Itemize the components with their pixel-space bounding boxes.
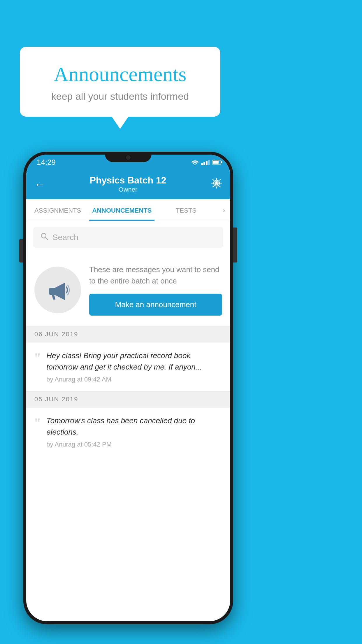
speech-bubble-container: Announcements keep all your students inf… xyxy=(20,47,220,117)
message-item-2[interactable]: " Tomorrow's class has been cancelled du… xyxy=(26,407,230,456)
announcement-right: These are messages you want to send to t… xyxy=(89,264,222,316)
svg-point-0 xyxy=(194,164,196,165)
message-item-1[interactable]: " Hey class! Bring your practical record… xyxy=(26,342,230,391)
battery-icon xyxy=(212,160,222,165)
quote-icon-1: " xyxy=(34,351,41,366)
phone-frame: 14:29 xyxy=(23,152,233,624)
quote-icon-2: " xyxy=(34,416,41,431)
search-icon xyxy=(40,232,48,242)
message-meta-2: by Anurag at 05:42 PM xyxy=(46,441,222,448)
phone-screen: 14:29 xyxy=(26,155,230,621)
status-icons xyxy=(191,159,222,165)
message-text-2: Tomorrow's class has been cancelled due … xyxy=(46,415,222,438)
tab-announcements[interactable]: ANNOUNCEMENTS xyxy=(89,199,154,221)
header-center: Physics Batch 12 Owner xyxy=(45,175,211,193)
announcement-prompt: These are messages you want to send to t… xyxy=(26,253,230,326)
date-divider-1: 06 JUN 2019 xyxy=(26,326,230,342)
announcement-description: These are messages you want to send to t… xyxy=(89,264,222,287)
app-header: ← Physics Batch 12 Owner xyxy=(26,170,230,199)
make-announcement-button[interactable]: Make an announcement xyxy=(89,294,222,316)
search-container: Search xyxy=(26,221,230,253)
wifi-icon xyxy=(191,159,199,165)
signal-bars-icon xyxy=(201,159,210,165)
message-content-2: Tomorrow's class has been cancelled due … xyxy=(46,415,222,448)
tab-assignments[interactable]: ASSIGNMENTS xyxy=(26,199,89,221)
batch-title: Physics Batch 12 xyxy=(45,175,211,186)
phone-notch xyxy=(105,152,152,162)
svg-rect-2 xyxy=(213,161,219,164)
message-meta-1: by Anurag at 09:42 AM xyxy=(46,376,222,383)
status-time: 14:29 xyxy=(37,158,56,167)
search-bar[interactable]: Search xyxy=(33,227,223,248)
search-placeholder: Search xyxy=(52,233,78,242)
batch-subtitle: Owner xyxy=(45,186,211,193)
scrollable-content: Search These are me xyxy=(26,221,230,621)
message-content-1: Hey class! Bring your practical record b… xyxy=(46,350,222,383)
phone-wrapper: 14:29 xyxy=(23,152,233,624)
speech-bubble: Announcements keep all your students inf… xyxy=(20,47,220,117)
svg-line-7 xyxy=(45,237,48,240)
back-button[interactable]: ← xyxy=(34,178,45,190)
phone-camera xyxy=(125,155,131,160)
svg-point-5 xyxy=(215,182,218,184)
speech-bubble-subtitle: keep all your students informed xyxy=(34,91,206,102)
announcement-icon-circle xyxy=(34,267,81,313)
date-divider-2: 05 JUN 2019 xyxy=(26,391,230,407)
tab-more[interactable]: › xyxy=(218,199,230,221)
megaphone-icon xyxy=(45,277,71,303)
message-text-1: Hey class! Bring your practical record b… xyxy=(46,350,222,373)
tab-tests[interactable]: TESTS xyxy=(154,199,217,221)
speech-bubble-title: Announcements xyxy=(34,63,206,86)
settings-button[interactable] xyxy=(211,178,222,191)
tabs-container: ASSIGNMENTS ANNOUNCEMENTS TESTS › xyxy=(26,199,230,221)
svg-rect-3 xyxy=(221,161,222,163)
